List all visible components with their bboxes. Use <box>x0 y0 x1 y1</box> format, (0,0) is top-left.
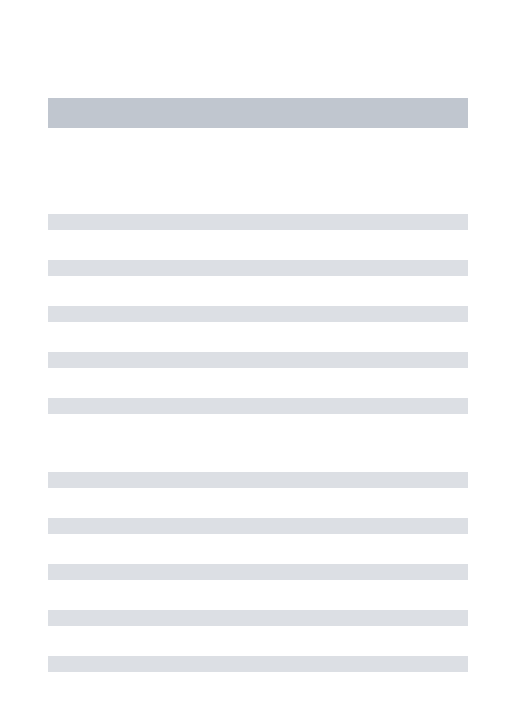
text-line-placeholder <box>48 656 468 672</box>
text-line-placeholder <box>48 214 468 230</box>
text-block-1 <box>48 214 468 414</box>
text-line-placeholder <box>48 610 468 626</box>
text-line-placeholder <box>48 472 468 488</box>
text-line-placeholder <box>48 398 468 414</box>
text-line-placeholder <box>48 352 468 368</box>
text-line-placeholder <box>48 564 468 580</box>
text-line-placeholder <box>48 260 468 276</box>
text-line-placeholder <box>48 518 468 534</box>
title-placeholder <box>48 98 468 128</box>
text-block-2 <box>48 472 468 672</box>
text-line-placeholder <box>48 306 468 322</box>
